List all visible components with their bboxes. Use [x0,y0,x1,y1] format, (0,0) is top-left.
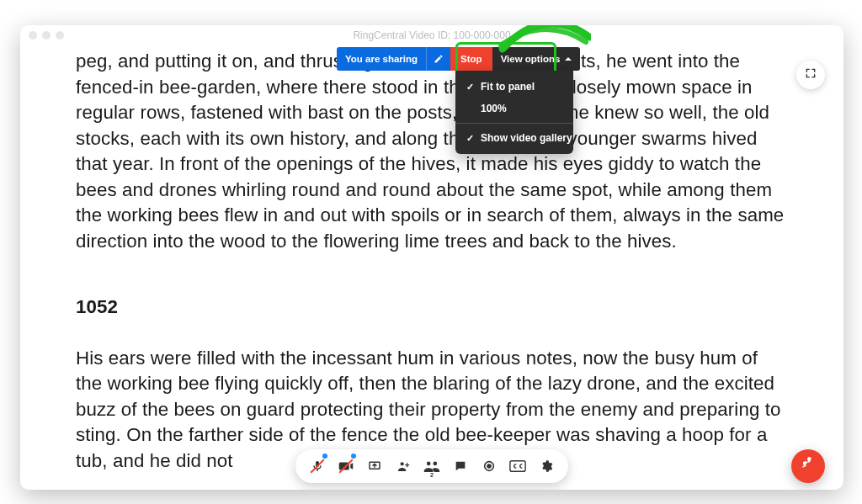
people-icon [423,460,440,472]
traffic-zoom[interactable] [56,31,64,40]
svg-point-2 [427,462,431,466]
settings-button[interactable] [533,453,560,480]
video-button[interactable] [333,453,359,480]
cc-icon [509,460,526,472]
view-options-label: View options [501,54,561,64]
participants-button[interactable]: 2 [418,453,445,480]
camera-icon [338,460,354,472]
participants-count: 2 [430,472,434,478]
leave-meeting-button[interactable] [791,449,825,483]
menu-separator [455,123,573,124]
window-titlebar: RingCentral Video ID: 100-000-000 [20,25,843,45]
gear-icon [540,459,553,473]
chevron-up-icon [565,57,572,61]
body-paragraph-1: peg, and putting it on, and thrusting hi… [76,49,788,254]
pencil-icon [434,54,444,64]
closed-captions-button[interactable] [504,453,531,480]
svg-point-1 [401,462,404,465]
window-controls[interactable] [29,31,64,40]
share-screen-button[interactable] [361,453,388,480]
check-icon: ✓ [466,82,474,93]
view-options-menu: ✓ Fit to panel 100% ✓ Show video gallery [455,71,573,154]
window-title: RingCentral Video ID: 100-000-000 [353,29,510,41]
svg-point-5 [487,464,491,468]
mute-button[interactable] [304,453,331,480]
expand-icon [805,67,817,82]
share-icon [368,459,381,473]
meeting-control-tray: 2 [295,449,568,483]
sharing-status: You are sharing [337,47,426,71]
traffic-close[interactable] [29,31,37,40]
sharing-status-label: You are sharing [345,54,418,64]
notification-dot-icon [351,454,356,459]
record-icon [482,459,496,473]
fullscreen-button[interactable] [796,61,825,89]
menu-item-fit-to-panel[interactable]: ✓ Fit to panel [455,76,573,98]
svg-rect-6 [510,461,525,472]
add-person-icon [396,459,411,473]
hangup-icon [800,456,817,476]
view-options-button[interactable]: View options [492,47,581,71]
chat-icon [454,459,467,473]
invite-participant-button[interactable] [390,453,417,480]
annotate-button[interactable] [426,47,450,71]
menu-item-label: Fit to panel [481,81,535,93]
app-window: RingCentral Video ID: 100-000-000 peg, a… [20,25,843,490]
menu-item-label: 100% [481,103,507,114]
svg-point-3 [434,462,438,466]
stop-share-button[interactable]: Stop [450,47,492,71]
notification-dot-icon [322,454,327,459]
menu-item-100-percent[interactable]: 100% [455,98,573,119]
page-number: 1052 [76,294,788,321]
record-button[interactable] [476,453,503,480]
menu-item-show-gallery[interactable]: ✓ Show video gallery [455,127,573,149]
traffic-minimize[interactable] [42,31,51,40]
microphone-icon [311,459,324,473]
menu-item-label: Show video gallery [481,132,572,144]
sharing-toolbar: You are sharing Stop View options [337,47,580,71]
shared-screen-content: peg, and putting it on, and thrusting hi… [76,49,788,490]
stop-share-label: Stop [460,54,482,64]
check-icon: ✓ [466,133,474,144]
chat-button[interactable] [447,453,474,480]
